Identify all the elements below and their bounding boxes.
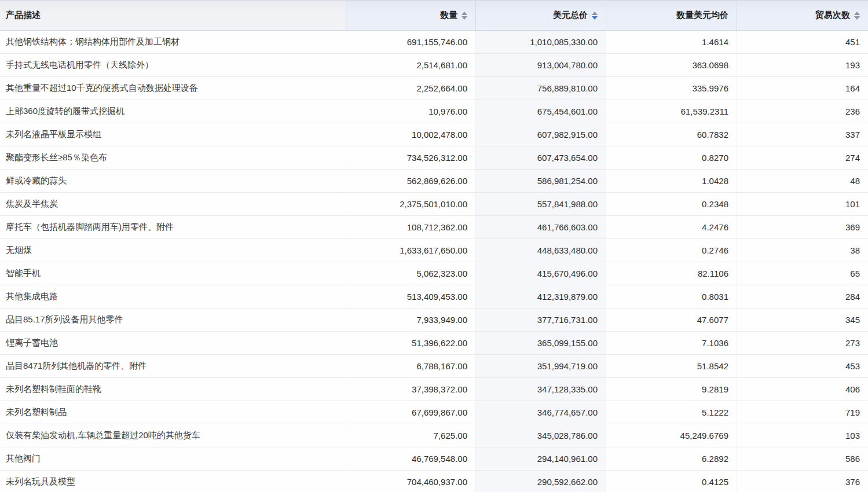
cell-quantity: 2,514,681.00 (346, 54, 476, 77)
cell-product-description: 品目8471所列其他机器的零件、附件 (0, 355, 346, 378)
table-row: 仅装有柴油发动机,车辆总重量超过20吨的其他货车 7,625.00 345,02… (0, 424, 868, 447)
table-row: 其他重量不超过10千克的便携式自动数据处理设备 2,252,664.00 756… (0, 77, 868, 100)
cell-product-description: 锂离子蓄电池 (0, 332, 346, 355)
cell-quantity: 513,409,453.00 (346, 285, 476, 309)
cell-usd-total: 377,716,731.00 (476, 309, 606, 332)
cell-avg-usd-price: 0.4125 (606, 471, 737, 492)
sort-icon-usd-total (592, 12, 598, 20)
header-cell-usd-total[interactable]: 美元总价 (476, 0, 606, 31)
cell-usd-total: 675,454,601.00 (476, 100, 606, 123)
cell-product-description: 其他重量不超过10千克的便携式自动数据处理设备 (0, 77, 346, 100)
cell-quantity: 10,002,478.00 (346, 123, 476, 146)
cell-product-description: 摩托车（包括机器脚踏两用车)用零件、附件 (0, 216, 346, 239)
cell-usd-total: 461,766,603.00 (476, 216, 606, 239)
caret-down-icon (462, 16, 467, 20)
table-row: 品目85.17所列设备用其他零件 7,933,949.00 377,716,73… (0, 309, 868, 332)
cell-avg-usd-price: 45,249.6769 (606, 424, 737, 447)
cell-usd-total: 351,994,719.00 (476, 355, 606, 378)
header-label-avg-usd-price: 数量美元均价 (676, 10, 728, 21)
sort-icon-quantity (462, 12, 467, 20)
cell-trade-count: 284 (737, 285, 868, 309)
cell-quantity: 7,625.00 (346, 424, 476, 447)
cell-usd-total: 1,010,085,330.00 (476, 31, 606, 54)
cell-avg-usd-price: 9.2819 (606, 378, 737, 401)
table-row: 其他钢铁结构体；钢结构体用部件及加工钢材 691,155,746.00 1,01… (0, 31, 868, 54)
cell-quantity: 6,788,167.00 (346, 355, 476, 378)
cell-avg-usd-price: 1.0428 (606, 170, 737, 193)
header-label-quantity: 数量 (440, 10, 457, 21)
cell-usd-total: 756,889,810.00 (476, 77, 606, 100)
table-row: 手持式无线电话机用零件（天线除外） 2,514,681.00 913,004,7… (0, 54, 868, 77)
cell-trade-count: 453 (737, 355, 868, 378)
table-row: 未列名塑料制品 67,699,867.00 346,774,657.00 5.1… (0, 401, 868, 424)
table-row: 智能手机 5,062,323.00 415,670,496.00 82.1106… (0, 262, 868, 285)
header-cell-quantity[interactable]: 数量 (346, 0, 476, 31)
header-label-usd-total: 美元总价 (553, 10, 588, 21)
cell-trade-count: 273 (737, 332, 868, 355)
table-row: 摩托车（包括机器脚踏两用车)用零件、附件 108,712,362.00 461,… (0, 216, 868, 239)
cell-product-description: 其他集成电路 (0, 285, 346, 309)
table-row: 未列名塑料制鞋面的鞋靴 37,398,372.00 347,128,335.00… (0, 378, 868, 401)
cell-quantity: 1,633,617,650.00 (346, 239, 476, 262)
cell-product-description: 鲜或冷藏的蒜头 (0, 170, 346, 193)
cell-usd-total: 586,981,254.00 (476, 170, 606, 193)
cell-trade-count: 369 (737, 216, 868, 239)
cell-product-description: 焦炭及半焦炭 (0, 193, 346, 216)
table-row: 无烟煤 1,633,617,650.00 448,633,480.00 0.27… (0, 239, 868, 262)
cell-trade-count: 236 (737, 100, 868, 123)
cell-trade-count: 38 (737, 239, 868, 262)
cell-trade-count: 274 (737, 146, 868, 170)
cell-avg-usd-price: 363.0698 (606, 54, 737, 77)
cell-usd-total: 607,982,915.00 (476, 123, 606, 146)
cell-avg-usd-price: 4.2476 (606, 216, 737, 239)
cell-product-description: 未列名玩具及模型 (0, 471, 346, 492)
sort-icon-trade-count (854, 12, 860, 20)
cell-trade-count: 337 (737, 123, 868, 146)
table-row: 未列名玩具及模型 704,460,937.00 290,592,662.00 0… (0, 471, 868, 492)
cell-avg-usd-price: 335.9976 (606, 77, 737, 100)
cell-quantity: 691,155,746.00 (346, 31, 476, 54)
cell-product-description: 其他阀门 (0, 447, 346, 471)
cell-usd-total: 913,004,780.00 (476, 54, 606, 77)
cell-trade-count: 101 (737, 193, 868, 216)
cell-trade-count: 65 (737, 262, 868, 285)
header-cell-trade-count[interactable]: 贸易次数 (737, 0, 868, 31)
header-label-trade-count: 贸易次数 (815, 10, 850, 21)
cell-product-description: 聚酯变形长丝≥85％染色布 (0, 146, 346, 170)
cell-usd-total: 607,473,654.00 (476, 146, 606, 170)
cell-trade-count: 376 (737, 471, 868, 492)
cell-avg-usd-price: 61,539.2311 (606, 100, 737, 123)
trade-products-table: 产品描述 数量 美元总价 (0, 0, 868, 492)
cell-trade-count: 586 (737, 447, 868, 471)
caret-up-icon (592, 12, 598, 15)
cell-usd-total: 448,633,480.00 (476, 239, 606, 262)
table-row: 其他集成电路 513,409,453.00 412,319,879.00 0.8… (0, 285, 868, 309)
table-body: 其他钢铁结构体；钢结构体用部件及加工钢材 691,155,746.00 1,01… (0, 31, 868, 492)
cell-usd-total: 365,099,155.00 (476, 332, 606, 355)
cell-trade-count: 406 (737, 378, 868, 401)
cell-trade-count: 451 (737, 31, 868, 54)
cell-quantity: 562,869,626.00 (346, 170, 476, 193)
cell-usd-total: 290,592,662.00 (476, 471, 606, 492)
cell-avg-usd-price: 0.8270 (606, 146, 737, 170)
cell-avg-usd-price: 0.8031 (606, 285, 737, 309)
cell-quantity: 704,460,937.00 (346, 471, 476, 492)
cell-product-description: 手持式无线电话机用零件（天线除外） (0, 54, 346, 77)
cell-product-description: 未列名塑料制鞋面的鞋靴 (0, 378, 346, 401)
table-row: 其他阀门 46,769,548.00 294,140,961.00 6.2892… (0, 447, 868, 471)
cell-trade-count: 345 (737, 309, 868, 332)
cell-product-description: 其他钢铁结构体；钢结构体用部件及加工钢材 (0, 31, 346, 54)
cell-usd-total: 412,319,879.00 (476, 285, 606, 309)
caret-up-icon (854, 12, 860, 15)
cell-quantity: 734,526,312.00 (346, 146, 476, 170)
cell-avg-usd-price: 0.2348 (606, 193, 737, 216)
cell-quantity: 46,769,548.00 (346, 447, 476, 471)
cell-trade-count: 193 (737, 54, 868, 77)
cell-usd-total: 347,128,335.00 (476, 378, 606, 401)
cell-product-description: 智能手机 (0, 262, 346, 285)
cell-quantity: 51,396,622.00 (346, 332, 476, 355)
cell-product-description: 品目85.17所列设备用其他零件 (0, 309, 346, 332)
cell-avg-usd-price: 47.6077 (606, 309, 737, 332)
cell-avg-usd-price: 6.2892 (606, 447, 737, 471)
caret-up-icon (462, 12, 467, 15)
